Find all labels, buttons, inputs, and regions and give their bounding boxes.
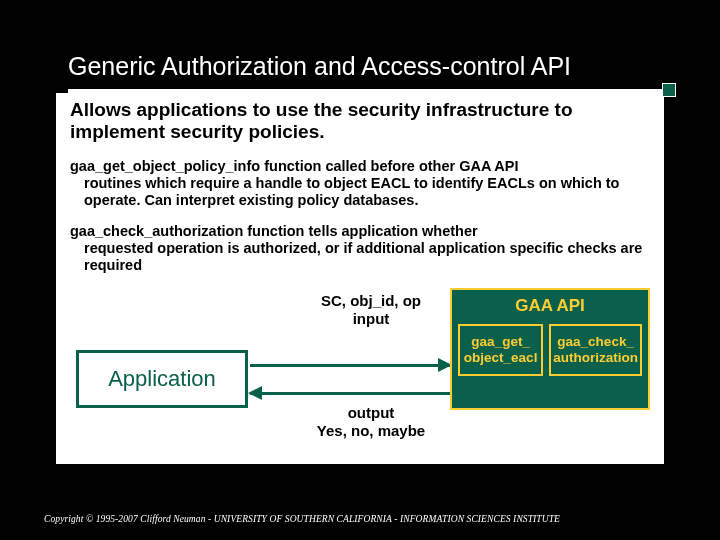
slide-title: Generic Authorization and Access-control…	[0, 0, 720, 89]
paragraph-check-auth: gaa_check_authorization function tells a…	[70, 223, 654, 274]
application-box: Application	[76, 350, 248, 408]
rule-line	[68, 89, 664, 93]
p2-rest: function tells application whether	[243, 223, 477, 239]
arrow-left-icon	[250, 392, 450, 395]
application-label: Application	[108, 366, 216, 392]
output-l1: output	[348, 404, 395, 421]
copyright-line: Copyright © 1995-2007 Clifford Neuman - …	[44, 514, 560, 524]
cell1-l2: object_eacl	[464, 350, 538, 365]
gaa-api-row: gaa_get_ object_eacl gaa_check_ authoriz…	[452, 324, 648, 375]
lead-paragraph: Allows applications to use the security …	[70, 99, 654, 144]
p1-rest: function called before other GAA API	[260, 158, 518, 174]
paragraph-policy-info: gaa_get_object_policy_info function call…	[70, 158, 654, 209]
gaa-api-title: GAA API	[452, 290, 648, 324]
input-l2: input	[353, 310, 390, 327]
diagram: SC, obj_id, op input Application output …	[70, 288, 654, 458]
gaa-get-object-eacl-cell: gaa_get_ object_eacl	[458, 324, 543, 375]
output-label: output Yes, no, maybe	[296, 404, 446, 439]
cell2-l2: authorization	[553, 350, 638, 365]
gaa-check-authorization-cell: gaa_check_ authorization	[549, 324, 642, 375]
p2-cont: requested operation is authorized, or if…	[70, 240, 654, 274]
input-l1: SC, obj_id, op	[321, 292, 421, 309]
input-label: SC, obj_id, op input	[296, 292, 446, 327]
p1-cont: routines which require a handle to objec…	[70, 175, 654, 209]
rule-end-marker	[662, 83, 676, 97]
cell2-l1: gaa_check_	[557, 334, 634, 349]
fn-name-2: gaa_check_authorization	[70, 223, 243, 239]
output-l2: Yes, no, maybe	[317, 422, 425, 439]
gaa-api-box: GAA API gaa_get_ object_eacl gaa_check_ …	[450, 288, 650, 410]
content-panel: Allows applications to use the security …	[56, 93, 664, 464]
arrow-right-icon	[250, 364, 450, 367]
fn-name-1: gaa_get_object_policy_info	[70, 158, 260, 174]
cell1-l1: gaa_get_	[471, 334, 530, 349]
title-rule	[0, 89, 720, 93]
